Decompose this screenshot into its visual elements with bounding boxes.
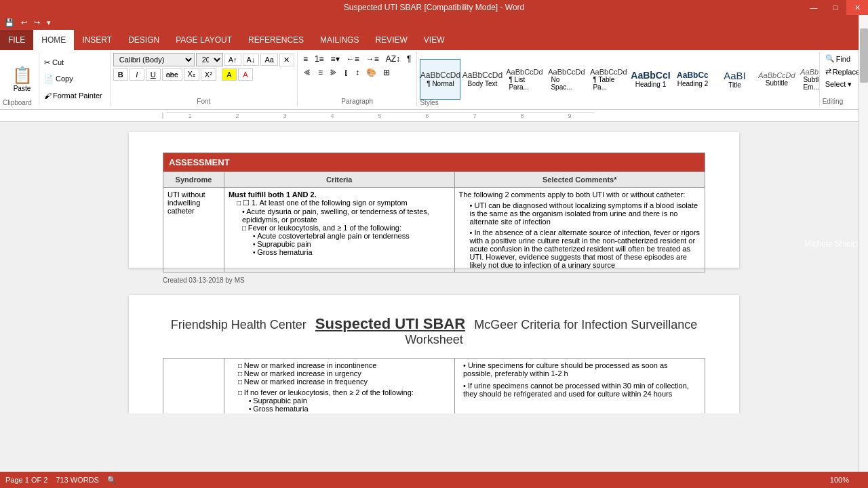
list-item: New or marked increase in incontinence xyxy=(249,413,449,413)
style-table-pa[interactable]: AaBbCcDd ¶ Table Pa... xyxy=(588,59,629,100)
list-item: • In the absence of a clear alternate so… xyxy=(470,228,701,269)
more-quick-button[interactable]: ▾ xyxy=(45,18,53,27)
style-normal[interactable]: AaBbCcDd ¶ Normal xyxy=(420,59,460,100)
font-size-selector[interactable]: 20 xyxy=(196,53,223,66)
redo-quick-button[interactable]: ↪ xyxy=(32,18,42,27)
align-left-button[interactable]: ⫷ xyxy=(300,66,314,79)
vertical-scrollbar[interactable] xyxy=(859,15,868,472)
title-prefix: Friendship Health Center xyxy=(171,318,307,331)
criteria-list-1: ☐ 1. At least one of the following sign … xyxy=(237,199,450,207)
shading-button[interactable]: 🎨 xyxy=(363,66,379,79)
undo-quick-button[interactable]: ↩ xyxy=(19,18,29,27)
font-grow-button[interactable]: A↑ xyxy=(224,54,241,66)
tab-home[interactable]: HOME xyxy=(33,30,74,50)
style-heading2[interactable]: AaBbCc Heading 2 xyxy=(672,59,713,100)
italic-button[interactable]: I xyxy=(130,68,144,81)
align-center-button[interactable]: ≡ xyxy=(315,66,326,79)
underline-button[interactable]: U xyxy=(146,68,161,81)
highlight-button[interactable]: A xyxy=(222,68,237,81)
numbering-button[interactable]: 1≡ xyxy=(312,53,327,65)
style-heading1[interactable]: AaBbCcI Heading 1 xyxy=(630,59,671,100)
format-painter-button[interactable]: 🖌 Format Painter xyxy=(42,91,104,100)
paste-label: Paste xyxy=(14,85,31,92)
tab-mailings[interactable]: MAILINGS xyxy=(312,30,367,50)
tab-view[interactable]: VIEW xyxy=(416,30,453,50)
style-subtitle[interactable]: AaBbCcDd Subtitle xyxy=(756,59,797,100)
table-row: New or marked increase in incontinence N… xyxy=(163,359,705,414)
bold-button[interactable]: B xyxy=(113,68,128,81)
copy-button[interactable]: 📄 Copy xyxy=(42,74,104,84)
list-item: Suprapubic pain xyxy=(249,396,449,405)
list-item: Acute costovertebral angle pain or tende… xyxy=(253,232,450,240)
font-shrink-button[interactable]: A↓ xyxy=(243,54,260,66)
select-button[interactable]: Select ▾ xyxy=(823,79,863,90)
sort-button[interactable]: AZ↕ xyxy=(383,53,403,65)
list-item: Gross hematuria xyxy=(249,405,449,413)
tab-file[interactable]: FILE xyxy=(0,30,33,50)
paste-button[interactable]: 📋 Paste xyxy=(5,53,39,105)
assessment-table-2: New or marked increase in incontinence N… xyxy=(163,358,705,413)
list-item: • Urine specimens for culture should be … xyxy=(463,361,699,378)
clear-formatting-button[interactable]: ✕ xyxy=(279,54,294,66)
tab-insert[interactable]: INSERT xyxy=(74,30,120,50)
comments-cell: The following 2 comments apply to both U… xyxy=(454,188,705,272)
syndrome-cell: UTI without indwelling catheter xyxy=(163,188,224,272)
list-item: Gross hematuria xyxy=(253,248,450,256)
col-comments-header: Selected Comments* xyxy=(454,172,705,188)
list-item: ☐ 1. At least one of the following sign … xyxy=(237,199,450,207)
tab-review[interactable]: REVIEW xyxy=(367,30,415,50)
list-item: Suprapubic pain xyxy=(253,240,450,248)
replace-button[interactable]: ⇄ Replace xyxy=(823,66,863,77)
font-group: Calibri (Body) 20 A↑ A↓ Aa ✕ B I U abc X… xyxy=(111,52,298,106)
borders-button[interactable]: ⊞ xyxy=(380,66,393,79)
tab-references[interactable]: REFERENCES xyxy=(240,30,312,50)
cut-button[interactable]: ✂ Cut xyxy=(42,58,104,68)
table-row: UTI without indwelling catheter Must ful… xyxy=(163,188,705,272)
ribbon-tabs: FILE HOME INSERT DESIGN PAGE LAYOUT REFE… xyxy=(0,30,868,50)
font-family-selector[interactable]: Calibri (Body) xyxy=(113,53,195,66)
scrollbar-thumb[interactable] xyxy=(860,28,868,83)
multilevel-button[interactable]: ≡▾ xyxy=(328,53,342,65)
subscript-button[interactable]: X₂ xyxy=(184,68,199,81)
tab-page-layout[interactable]: PAGE LAYOUT xyxy=(167,30,240,50)
save-quick-button[interactable]: 💾 xyxy=(3,18,16,27)
assessment-table-1: ASSESSMENT Syndrome Criteria Selected Co… xyxy=(163,152,705,272)
list-item: If no fever or leukocytosis, then ≥ 2 of… xyxy=(238,388,449,413)
decrease-indent-button[interactable]: ←≡ xyxy=(344,53,362,65)
app-title: Suspected UTI SBAR [Compatibility Mode] … xyxy=(344,3,525,12)
created-note: Created 03-13-2018 by MS xyxy=(163,277,705,284)
increase-indent-button[interactable]: →≡ xyxy=(363,53,382,65)
strikethrough-button[interactable]: abc xyxy=(162,68,182,81)
style-body-text[interactable]: AaBbCcDd Body Text xyxy=(462,59,502,100)
col-criteria-header: Criteria xyxy=(224,172,454,188)
col-header-assessment: ASSESSMENT xyxy=(163,153,705,172)
document-area: ASSESSMENT Syndrome Criteria Selected Co… xyxy=(0,122,868,413)
criteria-sublist-3: Suprapubic pain Gross hematuria New or m… xyxy=(249,396,449,413)
find-button[interactable]: 🔍 Find xyxy=(823,53,863,64)
align-right-button[interactable]: ⫸ xyxy=(327,66,340,79)
copy-icon: 📄 xyxy=(44,75,54,83)
bullets-button[interactable]: ≡ xyxy=(300,53,311,65)
font-color-button[interactable]: A xyxy=(238,68,253,81)
list-item: New or marked increase in frequency xyxy=(238,378,449,386)
table-subheader-row: Syndrome Criteria Selected Comments* xyxy=(163,172,705,188)
style-list-para[interactable]: AaBbCcDd ¶ List Para... xyxy=(504,59,545,100)
show-formatting-button[interactable]: ¶ xyxy=(404,53,414,65)
tab-design[interactable]: DESIGN xyxy=(120,30,167,50)
superscript-button[interactable]: X² xyxy=(201,68,216,81)
urine-comments-list: • Urine specimens for culture should be … xyxy=(463,361,699,398)
justify-button[interactable]: ⫿ xyxy=(342,66,351,79)
criteria-content-cell: New or marked increase in incontinence N… xyxy=(224,359,455,414)
language-indicator[interactable]: 🔍 xyxy=(107,476,117,485)
style-subtle-em[interactable]: AaBbCcDd Subtle Em... xyxy=(798,59,819,100)
change-case-button[interactable]: Aa xyxy=(260,54,277,66)
clipboard-sub-actions: ✂ Cut 📄 Copy 🖌 Format Painter xyxy=(39,53,107,105)
cut-icon: ✂ xyxy=(44,58,50,66)
style-no-spacing[interactable]: AaBbCcDd No Spac... xyxy=(546,59,587,100)
criteria-sublist-2: Fever or leukocytosis, and ≥ 1 of the fo… xyxy=(242,224,450,256)
page-2: Friendship Health Center Suspected UTI S… xyxy=(129,295,739,413)
line-spacing-button[interactable]: ↕ xyxy=(353,66,362,79)
page2-title: Friendship Health Center Suspected UTI S… xyxy=(163,315,705,347)
ruler: | 1 2 3 4 5 6 7 8 9 xyxy=(0,110,868,122)
style-title[interactable]: AaBI Title xyxy=(714,59,755,100)
